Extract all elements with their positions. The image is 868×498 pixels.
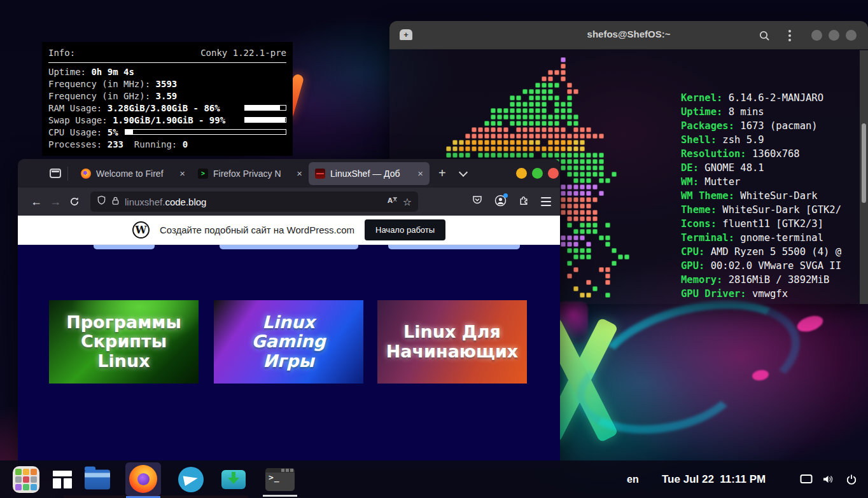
window-close-button[interactable] <box>548 168 559 179</box>
fetch-line: GPU: 00:02.0 VMware SVGA II <box>681 259 841 273</box>
tab-close-icon[interactable]: × <box>417 168 423 179</box>
keyboard-layout-indicator[interactable]: en <box>627 474 639 485</box>
tab-bar: Welcome to Firef × > Firefox Privacy N ×… <box>18 159 560 188</box>
window-tiling-icon[interactable] <box>53 471 72 488</box>
get-started-button[interactable]: Начало работы <box>365 219 445 240</box>
conky-line: Swap Usage: 1.90GiB/1.90GiB - 99% <box>48 114 286 126</box>
conky-lines: Uptime: 0h 9m 4sFrequency (in MHz): 3593… <box>48 66 286 150</box>
url-text[interactable]: linuxshef.code.blog <box>125 197 206 207</box>
downloads-icon[interactable] <box>221 470 246 489</box>
hamburger-menu-icon[interactable] <box>541 197 551 206</box>
banner-text: Создайте подобный сайт на WordPress.com <box>160 225 354 235</box>
menu-kebab-icon[interactable] <box>783 29 797 43</box>
privacy-favicon: > <box>198 169 208 179</box>
firefox-icon[interactable] <box>129 465 157 493</box>
firefox-favicon <box>81 169 91 179</box>
card-image-programs[interactable]: Программы Скрипты Linux <box>49 300 199 384</box>
tab-close-icon[interactable]: × <box>297 168 302 179</box>
fetch-line: Resolution: 1360x768 <box>681 147 841 161</box>
file-manager-icon[interactable] <box>85 469 110 489</box>
bookmark-star-icon[interactable]: ☆ <box>403 196 412 208</box>
shield-icon[interactable] <box>97 195 106 208</box>
chevron-down-icon[interactable] <box>459 167 468 176</box>
terminal-scrollbar[interactable] <box>860 50 868 304</box>
conky-line: CPU Usage: 5% <box>48 126 286 138</box>
window-minimize-button[interactable] <box>811 30 822 41</box>
nav-toolbar: ← → linuxshef.code.blog A ☆ <box>18 188 560 216</box>
partial-button[interactable] <box>388 245 520 249</box>
conky-info-label: Info: <box>48 48 75 58</box>
window-controls <box>516 168 559 179</box>
fetch-line: Terminal: gnome-terminal <box>681 231 841 245</box>
card-image-gaming[interactable]: Linux Gaming Игры <box>214 300 363 384</box>
conky-line: Frequency (in GHz): 3.59 <box>48 90 286 102</box>
wordpress-logo: W <box>132 221 150 239</box>
card-image-beginners[interactable]: Linux Для Начинающих <box>377 300 527 384</box>
fetch-line: Uptime: 8 mins <box>681 105 841 119</box>
taskbar: >_ en Tue Jul 22 11:11 PM <box>0 460 868 498</box>
lock-icon[interactable] <box>111 196 120 208</box>
window-maximize-button[interactable] <box>532 168 543 179</box>
linuxshef-favicon <box>315 169 325 179</box>
fetch-line: Theme: WhiteSur-Dark [GTK2/ <box>681 203 841 217</box>
back-button[interactable]: ← <box>27 192 46 211</box>
extensions-puzzle-icon[interactable] <box>518 195 529 209</box>
tab-close-icon[interactable]: × <box>179 168 185 179</box>
new-tab-button[interactable]: + <box>438 166 446 181</box>
fetch-line: GPU Driver: vmwgfx <box>681 287 841 301</box>
conky-widget: Info: Conky 1.22.1-pre Uptime: 0h 9m 4sF… <box>42 42 293 156</box>
tab-title: Firefox Privacy N <box>213 169 291 179</box>
fetch-line: Kernel: 6.14.6-2-MANJARO <box>681 91 841 105</box>
search-icon[interactable] <box>757 29 771 43</box>
fetch-line: Memory: 2816MiB / 3892MiB <box>681 273 841 287</box>
wordpress-banner: W Создайте подобный сайт на WordPress.co… <box>18 216 560 245</box>
fetch-line: WM Theme: WhiteSur-Dark <box>681 189 841 203</box>
scrollbar-thumb[interactable] <box>862 123 866 203</box>
terminal-titlebar[interactable]: + shefos@ShefOS:~ <box>389 21 868 50</box>
window-close-button[interactable] <box>846 30 857 41</box>
fetch-line: WM: Mutter <box>681 175 841 189</box>
terminal-app-icon[interactable]: >_ <box>265 468 295 491</box>
svg-text:A: A <box>388 197 393 204</box>
conky-divider <box>48 62 286 63</box>
url-domain: code.blog <box>165 197 206 207</box>
display-icon[interactable] <box>799 473 813 487</box>
forward-button[interactable]: → <box>46 192 65 211</box>
telegram-icon[interactable] <box>178 467 204 492</box>
app-grid-icon[interactable] <box>13 466 39 493</box>
conky-line: Uptime: 0h 9m 4s <box>48 66 286 78</box>
terminal-active-indicator <box>263 495 297 497</box>
conky-version: Conky 1.22.1-pre <box>200 48 286 58</box>
clock[interactable]: Tue Jul 22 11:11 PM <box>662 473 766 486</box>
wallpaper-pink-blob <box>795 313 825 335</box>
conky-line: Processes: 233 Running: 0 <box>48 138 286 150</box>
page-content: Программы Скрипты Linux Linux Gaming Игр… <box>18 245 560 469</box>
partial-button[interactable] <box>94 245 155 249</box>
account-badge <box>503 193 508 198</box>
tab-divider <box>67 167 68 181</box>
fetch-line: Packages: 1673 (pacman) <box>681 119 841 133</box>
power-icon[interactable] <box>844 473 858 487</box>
tab-title: Welcome to Firef <box>96 169 174 179</box>
window-maximize-button[interactable] <box>829 30 839 41</box>
volume-icon[interactable] <box>822 473 836 487</box>
conky-line: Frequency (in MHz): 3593 <box>48 78 286 90</box>
fetch-line: Shell: zsh 5.9 <box>681 133 841 147</box>
tab-welcome[interactable]: Welcome to Firef × <box>74 162 192 185</box>
pocket-icon[interactable] <box>472 195 483 209</box>
account-icon[interactable] <box>494 195 507 209</box>
reload-button[interactable] <box>65 192 84 211</box>
fetch-line: CPU: AMD Ryzen 5 5500 (4) @ <box>681 245 841 259</box>
tab-privacy[interactable]: > Firefox Privacy N × <box>192 162 309 185</box>
firefox-view-icon[interactable] <box>50 169 61 178</box>
conky-line: RAM Usage: 3.28GiB/3.80GiB - 86% <box>48 102 286 114</box>
firefox-active-highlight[interactable] <box>125 462 161 496</box>
translate-icon[interactable]: A <box>387 196 398 208</box>
url-bar[interactable]: linuxshef.code.blog A ☆ <box>90 191 418 212</box>
window-minimize-button[interactable] <box>516 168 527 179</box>
fetch-line: DE: GNOME 48.1 <box>681 161 841 175</box>
partial-button[interactable] <box>220 245 358 249</box>
firefox-window: Welcome to Firef × > Firefox Privacy N ×… <box>18 159 560 469</box>
toolbar-right-icons <box>472 195 551 209</box>
tab-linuxshef[interactable]: LinuxShef — Доб × <box>309 162 430 185</box>
